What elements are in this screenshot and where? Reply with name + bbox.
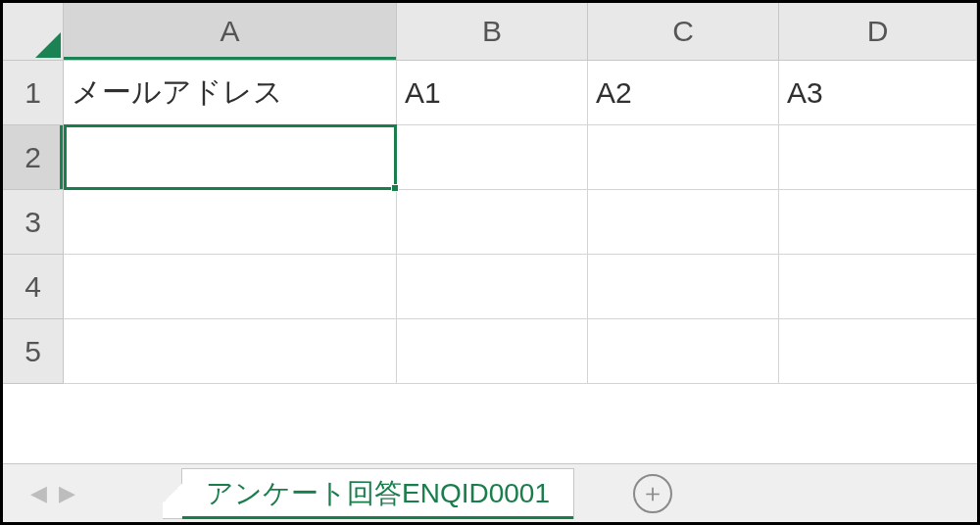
- add-sheet-button[interactable]: ＋: [633, 474, 672, 513]
- cell-B5[interactable]: [397, 319, 588, 384]
- prev-sheet-icon[interactable]: ◀: [30, 481, 47, 506]
- sheet-nav-arrows: ◀ ▶: [3, 481, 103, 506]
- row-5: 5: [3, 319, 977, 384]
- cell-D4[interactable]: [779, 255, 977, 319]
- column-header-D[interactable]: D: [779, 3, 977, 60]
- row-4: 4: [3, 255, 977, 319]
- cell-A5[interactable]: [64, 319, 397, 384]
- cell-A2[interactable]: [64, 125, 397, 190]
- cell-A1[interactable]: メールアドレス: [64, 61, 397, 125]
- row-header-4[interactable]: 4: [3, 255, 64, 319]
- row-header-1[interactable]: 1: [3, 61, 64, 125]
- row-1: 1 メールアドレス A1 A2 A3: [3, 61, 977, 125]
- grid-rows: 1 メールアドレス A1 A2 A3 2 3 4: [3, 61, 977, 463]
- cell-B4[interactable]: [397, 255, 588, 319]
- row-3: 3: [3, 190, 977, 255]
- cell-D2[interactable]: [779, 125, 977, 190]
- cell-B1[interactable]: A1: [397, 61, 588, 125]
- row-2: 2: [3, 125, 977, 190]
- column-header-B[interactable]: B: [397, 3, 588, 60]
- cell-C4[interactable]: [588, 255, 779, 319]
- spreadsheet: A B C D 1 メールアドレス A1 A2 A3 2 3: [3, 3, 977, 522]
- cell-C2[interactable]: [588, 125, 779, 190]
- column-header-C[interactable]: C: [588, 3, 779, 60]
- cell-C3[interactable]: [588, 190, 779, 255]
- cell-D1[interactable]: A3: [779, 61, 977, 125]
- sheet-area: A B C D 1 メールアドレス A1 A2 A3 2 3: [3, 3, 977, 463]
- cell-C1[interactable]: A2: [588, 61, 779, 125]
- row-header-5[interactable]: 5: [3, 319, 64, 384]
- cell-B3[interactable]: [397, 190, 588, 255]
- cell-A4[interactable]: [64, 255, 397, 319]
- row-header-3[interactable]: 3: [3, 190, 64, 255]
- sheet-tab-active[interactable]: アンケート回答ENQID0001: [181, 468, 574, 519]
- row-header-2[interactable]: 2: [3, 125, 64, 190]
- column-header-A[interactable]: A: [64, 3, 397, 60]
- select-all-triangle-icon: [35, 32, 61, 58]
- sheet-tab-bar: ◀ ▶ アンケート回答ENQID0001 ＋: [3, 463, 977, 522]
- next-sheet-icon[interactable]: ▶: [59, 481, 75, 506]
- select-all-corner[interactable]: [3, 3, 64, 60]
- cell-B2[interactable]: [397, 125, 588, 190]
- column-header-row: A B C D: [3, 3, 977, 61]
- cell-D5[interactable]: [779, 319, 977, 384]
- cell-C5[interactable]: [588, 319, 779, 384]
- cell-D3[interactable]: [779, 190, 977, 255]
- cell-A3[interactable]: [64, 190, 397, 255]
